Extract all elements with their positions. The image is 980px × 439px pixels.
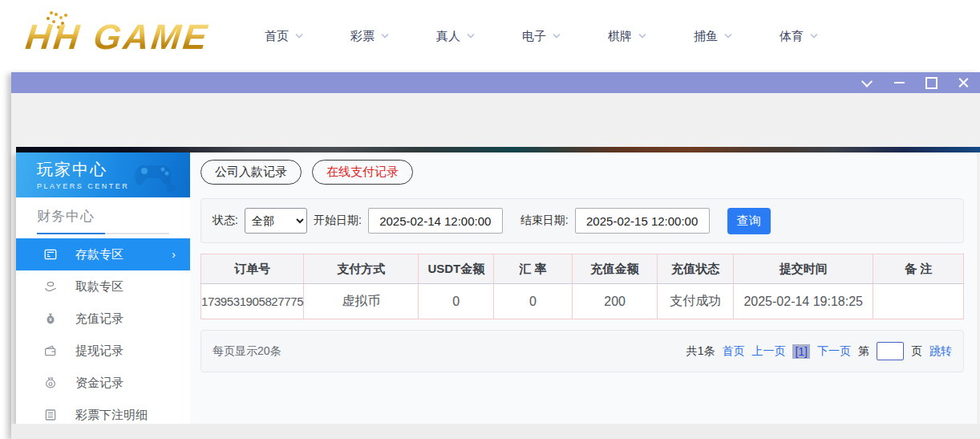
col-remark: 备 注 bbox=[873, 254, 964, 284]
nav-item-label: 彩票 bbox=[350, 29, 375, 44]
sidebar-item-label: 充值记录 bbox=[75, 311, 124, 327]
content-area: 公司入款记录 在线支付记录 状态: 全部 开始日期: 结束日期: 查询 订单号 bbox=[190, 152, 977, 424]
gamepad-icon bbox=[132, 159, 179, 193]
screen: HH GAME 首页 彩票 真人 电子 棋牌 bbox=[0, 0, 980, 439]
brand-header: HH GAME 首页 彩票 真人 电子 棋牌 bbox=[0, 0, 980, 72]
chevron-down-icon bbox=[809, 33, 819, 39]
status-select[interactable]: 全部 bbox=[245, 208, 307, 234]
jump-button[interactable]: 跳转 bbox=[929, 344, 952, 359]
page-jump-input[interactable] bbox=[877, 342, 904, 360]
chevron-down-icon bbox=[552, 33, 561, 39]
sidebar-item-funds-records[interactable]: 资金记录 bbox=[16, 367, 190, 399]
sidebar-item-label: 提现记录 bbox=[75, 343, 124, 359]
hand-coin-icon bbox=[43, 279, 58, 294]
col-submit-time: 提交时间 bbox=[734, 254, 873, 284]
cell-payment-method: 虚拟币 bbox=[304, 284, 419, 319]
sidebar-item-label: 取款专区 bbox=[75, 279, 124, 295]
nav-item-board-games[interactable]: 棋牌 bbox=[608, 29, 647, 44]
col-order-no: 订单号 bbox=[201, 254, 304, 284]
jump-prefix-label: 第 bbox=[858, 344, 869, 359]
chevron-down-icon bbox=[380, 33, 390, 39]
cell-usdt-amount: 0 bbox=[419, 284, 494, 319]
logo-text: HH GAME bbox=[12, 17, 211, 57]
tab-online-payment-records[interactable]: 在线支付记录 bbox=[312, 160, 413, 185]
sidebar-item-withdraw-zone[interactable]: 取款专区 bbox=[16, 270, 190, 303]
sidebar: 玩家中心 PLAYERS CENTER 财务中心 bbox=[16, 152, 190, 424]
sidebar-section-underline bbox=[37, 233, 169, 234]
nav-item-label: 捕鱼 bbox=[694, 29, 718, 44]
cell-submit-time: 2025-02-14 19:18:25 bbox=[734, 284, 873, 319]
sidebar-menu: 存款专区 › 取款专区 ¥ 充值记录 bbox=[16, 238, 190, 431]
window-minimize-icon[interactable] bbox=[890, 75, 908, 91]
sidebar-item-withdrawal-records[interactable]: 提现记录 bbox=[16, 335, 190, 367]
sidebar-section: 财务中心 bbox=[16, 197, 190, 234]
sidebar-item-label: 彩票下注明细 bbox=[75, 408, 148, 423]
money-bag-icon: ¥ bbox=[43, 311, 58, 326]
cell-exchange-rate: 0 bbox=[494, 284, 573, 319]
window-controls bbox=[858, 72, 972, 93]
tab-company-deposit-records[interactable]: 公司入款记录 bbox=[200, 160, 302, 185]
record-tabs: 公司入款记录 在线支付记录 bbox=[200, 160, 964, 185]
main-panel: 玩家中心 PLAYERS CENTER 财务中心 bbox=[16, 152, 976, 424]
nav-item-fishing[interactable]: 捕鱼 bbox=[694, 29, 733, 44]
prev-page-link[interactable]: 上一页 bbox=[751, 344, 785, 359]
nav-item-label: 电子 bbox=[522, 29, 546, 44]
window-chevron-down-icon[interactable] bbox=[858, 75, 876, 91]
filter-panel: 状态: 全部 开始日期: 结束日期: 查询 bbox=[200, 198, 964, 243]
chevron-down-icon bbox=[294, 33, 304, 39]
total-count-text: 共1条 bbox=[686, 344, 715, 359]
table-header-row: 订单号 支付方式 USDT金额 汇 率 充值金额 充值状态 提交时间 备 注 bbox=[201, 254, 964, 284]
nav-item-home[interactable]: 首页 bbox=[265, 29, 304, 44]
cell-remark bbox=[873, 284, 964, 319]
brand-logo[interactable]: HH GAME bbox=[14, 8, 209, 66]
window-close-icon[interactable] bbox=[954, 75, 972, 91]
main-nav: 首页 彩票 真人 电子 棋牌 捕鱼 bbox=[265, 0, 819, 72]
nav-item-label: 体育 bbox=[780, 29, 804, 44]
nav-item-label: 棋牌 bbox=[608, 29, 632, 44]
window-footer-strip bbox=[11, 424, 980, 439]
start-date-input[interactable] bbox=[368, 208, 503, 234]
sidebar-item-label: 资金记录 bbox=[75, 376, 124, 391]
sidebar-item-recharge-records[interactable]: ¥ 充值记录 bbox=[16, 303, 190, 335]
nav-item-lottery[interactable]: 彩票 bbox=[350, 29, 390, 44]
nav-item-live[interactable]: 真人 bbox=[436, 29, 476, 44]
records-table: 订单号 支付方式 USDT金额 汇 率 充值金额 充值状态 提交时间 备 注 1… bbox=[200, 254, 964, 319]
cell-recharge-status: 支付成功 bbox=[658, 284, 734, 319]
chevron-down-icon bbox=[723, 33, 733, 39]
status-label: 状态: bbox=[213, 213, 238, 228]
wallet-icon bbox=[43, 343, 58, 358]
cell-order-no: 1739531905827775 bbox=[201, 284, 304, 319]
sidebar-item-deposit-zone[interactable]: 存款专区 › bbox=[16, 238, 190, 270]
nav-item-sports[interactable]: 体育 bbox=[780, 29, 819, 44]
decor-banner-strip bbox=[16, 147, 980, 152]
nav-item-label: 真人 bbox=[436, 29, 460, 44]
chevron-down-icon bbox=[638, 33, 647, 39]
col-payment-method: 支付方式 bbox=[304, 254, 419, 284]
col-recharge-status: 充值状态 bbox=[658, 254, 734, 284]
col-recharge-amount: 充值金额 bbox=[572, 254, 658, 284]
page-size-text: 每页显示20条 bbox=[213, 344, 281, 359]
deposit-card-icon bbox=[43, 247, 58, 262]
money-pouch-icon bbox=[43, 376, 58, 390]
cell-recharge-amount: 200 bbox=[572, 284, 658, 319]
document-list-icon bbox=[43, 408, 58, 422]
col-exchange-rate: 汇 率 bbox=[494, 254, 573, 284]
sidebar-banner: 玩家中心 PLAYERS CENTER bbox=[16, 152, 190, 197]
nav-item-label: 首页 bbox=[265, 29, 289, 44]
col-usdt-amount: USDT金额 bbox=[419, 254, 494, 284]
start-date-label: 开始日期: bbox=[314, 213, 362, 228]
sidebar-section-label: 财务中心 bbox=[37, 207, 190, 226]
sidebar-item-label: 存款专区 bbox=[75, 247, 124, 262]
nav-item-slots[interactable]: 电子 bbox=[522, 29, 561, 44]
chevron-down-icon bbox=[466, 33, 476, 39]
window-maximize-icon[interactable] bbox=[922, 75, 940, 91]
pagination-panel: 每页显示20条 共1条 首页 上一页 [1] 下一页 第 页 跳转 bbox=[200, 330, 964, 372]
first-page-link[interactable]: 首页 bbox=[722, 344, 744, 359]
end-date-input[interactable] bbox=[575, 208, 710, 234]
query-button[interactable]: 查询 bbox=[727, 208, 771, 234]
chevron-right-icon: › bbox=[172, 248, 176, 261]
end-date-label: 结束日期: bbox=[520, 213, 569, 228]
logo-sparkle-icon bbox=[50, 11, 53, 14]
pagination-controls: 共1条 首页 上一页 [1] 下一页 第 页 跳转 bbox=[686, 342, 952, 360]
next-page-link[interactable]: 下一页 bbox=[817, 344, 851, 359]
